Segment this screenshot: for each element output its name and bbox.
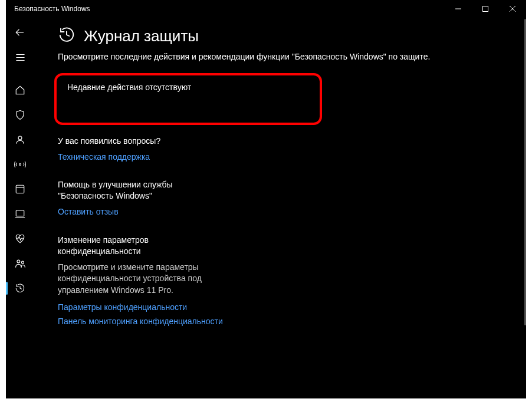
titlebar: Безопасность Windows	[6, 0, 526, 18]
page-description: Просмотрите последние действия и рекомен…	[58, 52, 514, 61]
family-icon	[15, 258, 26, 269]
main-content: Журнал защиты Просмотрите последние дейс…	[34, 18, 526, 398]
account-icon	[15, 134, 25, 145]
svg-rect-12	[16, 210, 24, 216]
window-body: Журнал защиты Просмотрите последние дейс…	[6, 18, 526, 398]
back-button[interactable]	[6, 20, 34, 45]
leave-feedback-link[interactable]: Оставить отзыв	[58, 206, 223, 218]
device-security-icon	[15, 209, 25, 219]
questions-section: У вас появились вопросы? Техническая под…	[58, 136, 223, 163]
privacy-heading: Изменение параметров конфиденциальности	[58, 235, 223, 257]
svg-point-9	[19, 164, 21, 166]
page-title: Журнал защиты	[84, 27, 199, 45]
sidebar-item-family[interactable]	[6, 251, 34, 276]
no-recent-actions-text: Недавние действия отсутствуют	[67, 83, 309, 92]
questions-heading: У вас появились вопросы?	[58, 136, 223, 147]
page-header: Журнал защиты	[58, 26, 514, 46]
app-control-icon	[15, 184, 25, 195]
sidebar-item-device-security[interactable]	[6, 202, 34, 226]
home-icon	[15, 85, 25, 95]
svg-rect-1	[483, 6, 488, 12]
sidebar-item-firewall[interactable]	[6, 152, 34, 177]
scrollbar[interactable]	[524, 19, 526, 325]
app-window: Безопасность Windows	[6, 0, 526, 398]
svg-rect-10	[16, 185, 24, 193]
highlight-box: Недавние действия отсутствуют	[54, 73, 322, 125]
minimize-button[interactable]	[445, 0, 472, 18]
window-title: Безопасность Windows	[14, 5, 90, 13]
svg-point-15	[21, 261, 24, 263]
history-header-icon	[58, 26, 75, 46]
svg-point-8	[18, 136, 22, 140]
privacy-dashboard-link[interactable]: Панель мониторинга конфиденциальности	[58, 316, 223, 328]
sidebar-item-history[interactable]	[6, 276, 34, 301]
close-button[interactable]	[499, 0, 526, 18]
maximize-button[interactable]	[472, 0, 499, 18]
technical-support-link[interactable]: Техническая поддержка	[58, 151, 223, 163]
privacy-section: Изменение параметров конфиденциальности …	[58, 235, 223, 328]
shield-icon	[15, 110, 25, 120]
hamburger-icon	[15, 52, 25, 62]
svg-point-14	[17, 260, 19, 263]
menu-button[interactable]	[6, 45, 34, 70]
privacy-subtext: Просмотрите и измените параметры конфиде…	[58, 262, 223, 296]
back-arrow-icon	[15, 27, 25, 38]
sidebar-item-home[interactable]	[6, 78, 34, 103]
sidebar-item-performance[interactable]	[6, 226, 34, 251]
privacy-settings-link[interactable]: Параметры конфиденциальности	[58, 302, 223, 314]
sidebar	[6, 18, 34, 398]
feedback-heading: Помощь в улучшении службы "Безопасность …	[58, 179, 223, 202]
sidebar-item-virus[interactable]	[6, 103, 34, 127]
sidebar-item-account[interactable]	[6, 127, 34, 152]
heart-pulse-icon	[15, 233, 25, 244]
firewall-icon	[14, 159, 26, 170]
history-icon	[15, 283, 25, 294]
sidebar-item-app-control[interactable]	[6, 177, 34, 202]
feedback-section: Помощь в улучшении службы "Безопасность …	[58, 179, 223, 218]
